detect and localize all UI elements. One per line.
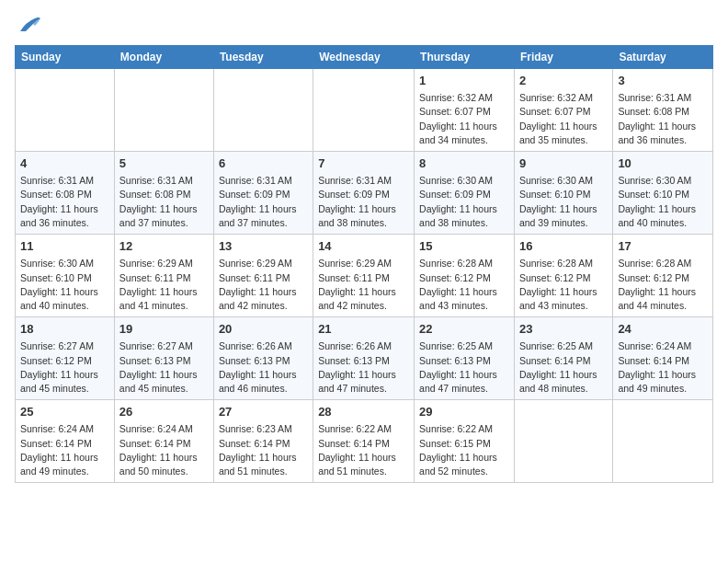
calendar-cell: 22Sunrise: 6:25 AM Sunset: 6:13 PM Dayli… (415, 317, 515, 400)
calendar-cell: 23Sunrise: 6:25 AM Sunset: 6:14 PM Dayli… (514, 317, 612, 400)
day-info: Sunrise: 6:32 AM Sunset: 6:07 PM Dayligh… (419, 91, 509, 147)
calendar-week-row: 11Sunrise: 6:30 AM Sunset: 6:10 PM Dayli… (16, 235, 713, 317)
day-info: Sunrise: 6:31 AM Sunset: 6:08 PM Dayligh… (20, 174, 109, 230)
day-info: Sunrise: 6:31 AM Sunset: 6:09 PM Dayligh… (219, 174, 308, 230)
calendar-cell: 24Sunrise: 6:24 AM Sunset: 6:14 PM Dayli… (613, 317, 713, 400)
day-info: Sunrise: 6:26 AM Sunset: 6:13 PM Dayligh… (318, 339, 409, 396)
calendar-week-row: 25Sunrise: 6:24 AM Sunset: 6:14 PM Dayli… (16, 400, 713, 483)
day-number: 28 (318, 404, 409, 420)
day-number: 3 (618, 73, 708, 89)
day-number: 27 (219, 404, 308, 420)
day-number: 1 (419, 73, 509, 89)
day-number: 14 (318, 238, 409, 255)
day-number: 18 (20, 321, 109, 338)
day-number: 21 (318, 321, 409, 338)
calendar-cell (213, 69, 313, 152)
calendar-cell: 2Sunrise: 6:32 AM Sunset: 6:07 PM Daylig… (514, 69, 612, 152)
calendar-cell: 21Sunrise: 6:26 AM Sunset: 6:13 PM Dayli… (313, 317, 415, 400)
day-info: Sunrise: 6:32 AM Sunset: 6:07 PM Dayligh… (519, 91, 608, 147)
day-number: 23 (519, 321, 608, 338)
calendar-cell: 26Sunrise: 6:24 AM Sunset: 6:14 PM Dayli… (114, 400, 213, 483)
calendar-cell (613, 400, 713, 483)
page-header (15, 15, 713, 40)
day-info: Sunrise: 6:24 AM Sunset: 6:14 PM Dayligh… (618, 339, 708, 396)
calendar-cell: 9Sunrise: 6:30 AM Sunset: 6:10 PM Daylig… (514, 152, 612, 235)
day-number: 13 (219, 238, 308, 255)
day-info: Sunrise: 6:31 AM Sunset: 6:09 PM Dayligh… (318, 174, 409, 230)
day-info: Sunrise: 6:23 AM Sunset: 6:14 PM Dayligh… (219, 422, 308, 478)
day-number: 19 (119, 321, 209, 338)
calendar-cell: 18Sunrise: 6:27 AM Sunset: 6:12 PM Dayli… (16, 317, 115, 400)
day-number: 4 (20, 155, 109, 172)
day-number: 7 (318, 155, 409, 172)
day-info: Sunrise: 6:24 AM Sunset: 6:14 PM Dayligh… (119, 422, 209, 478)
day-number: 8 (419, 155, 509, 172)
calendar-table: SundayMondayTuesdayWednesdayThursdayFrid… (15, 45, 713, 483)
day-number: 24 (618, 321, 708, 338)
day-info: Sunrise: 6:29 AM Sunset: 6:11 PM Dayligh… (219, 257, 308, 313)
day-number: 17 (618, 238, 708, 255)
day-number: 29 (419, 404, 509, 420)
calendar-cell: 4Sunrise: 6:31 AM Sunset: 6:08 PM Daylig… (16, 152, 115, 235)
day-info: Sunrise: 6:29 AM Sunset: 6:11 PM Dayligh… (318, 257, 409, 313)
calendar-cell: 13Sunrise: 6:29 AM Sunset: 6:11 PM Dayli… (213, 235, 313, 317)
calendar-cell (514, 400, 612, 483)
calendar-cell: 12Sunrise: 6:29 AM Sunset: 6:11 PM Dayli… (114, 235, 213, 317)
weekday-header-cell: Monday (114, 46, 213, 69)
calendar-cell: 20Sunrise: 6:26 AM Sunset: 6:13 PM Dayli… (213, 317, 313, 400)
day-number: 22 (419, 321, 509, 338)
calendar-cell: 27Sunrise: 6:23 AM Sunset: 6:14 PM Dayli… (213, 400, 313, 483)
day-info: Sunrise: 6:30 AM Sunset: 6:10 PM Dayligh… (519, 174, 608, 230)
weekday-header-cell: Saturday (613, 46, 713, 69)
weekday-header-cell: Sunday (16, 46, 115, 69)
calendar-body: 1Sunrise: 6:32 AM Sunset: 6:07 PM Daylig… (16, 69, 713, 483)
calendar-cell: 7Sunrise: 6:31 AM Sunset: 6:09 PM Daylig… (313, 152, 415, 235)
calendar-cell: 15Sunrise: 6:28 AM Sunset: 6:12 PM Dayli… (415, 235, 515, 317)
day-info: Sunrise: 6:28 AM Sunset: 6:12 PM Dayligh… (618, 257, 708, 313)
day-number: 6 (219, 155, 308, 172)
day-number: 16 (519, 238, 608, 255)
day-number: 2 (519, 73, 608, 89)
weekday-header-cell: Friday (514, 46, 612, 69)
day-info: Sunrise: 6:30 AM Sunset: 6:10 PM Dayligh… (618, 174, 708, 230)
calendar-cell: 19Sunrise: 6:27 AM Sunset: 6:13 PM Dayli… (114, 317, 213, 400)
day-number: 15 (419, 238, 509, 255)
calendar-cell: 5Sunrise: 6:31 AM Sunset: 6:08 PM Daylig… (114, 152, 213, 235)
calendar-cell: 1Sunrise: 6:32 AM Sunset: 6:07 PM Daylig… (415, 69, 515, 152)
calendar-cell: 3Sunrise: 6:31 AM Sunset: 6:08 PM Daylig… (613, 69, 713, 152)
day-number: 9 (519, 155, 608, 172)
day-info: Sunrise: 6:28 AM Sunset: 6:12 PM Dayligh… (519, 257, 608, 313)
calendar-week-row: 4Sunrise: 6:31 AM Sunset: 6:08 PM Daylig… (16, 152, 713, 235)
day-info: Sunrise: 6:30 AM Sunset: 6:10 PM Dayligh… (20, 257, 109, 313)
calendar-cell: 11Sunrise: 6:30 AM Sunset: 6:10 PM Dayli… (16, 235, 115, 317)
day-number: 26 (119, 404, 209, 420)
calendar-cell: 25Sunrise: 6:24 AM Sunset: 6:14 PM Dayli… (16, 400, 115, 483)
calendar-cell (16, 69, 115, 152)
day-info: Sunrise: 6:24 AM Sunset: 6:14 PM Dayligh… (20, 422, 109, 478)
weekday-header-row: SundayMondayTuesdayWednesdayThursdayFrid… (16, 46, 713, 69)
calendar-cell: 17Sunrise: 6:28 AM Sunset: 6:12 PM Dayli… (613, 235, 713, 317)
day-number: 25 (20, 404, 109, 420)
weekday-header-cell: Tuesday (213, 46, 313, 69)
day-info: Sunrise: 6:27 AM Sunset: 6:13 PM Dayligh… (119, 339, 209, 396)
logo (15, 15, 42, 40)
day-info: Sunrise: 6:25 AM Sunset: 6:13 PM Dayligh… (419, 339, 509, 396)
logo-text (15, 15, 42, 40)
calendar-cell: 10Sunrise: 6:30 AM Sunset: 6:10 PM Dayli… (613, 152, 713, 235)
day-info: Sunrise: 6:29 AM Sunset: 6:11 PM Dayligh… (119, 257, 209, 313)
calendar-week-row: 1Sunrise: 6:32 AM Sunset: 6:07 PM Daylig… (16, 69, 713, 152)
day-info: Sunrise: 6:31 AM Sunset: 6:08 PM Dayligh… (119, 174, 209, 230)
day-number: 12 (119, 238, 209, 255)
day-number: 20 (219, 321, 308, 338)
calendar-week-row: 18Sunrise: 6:27 AM Sunset: 6:12 PM Dayli… (16, 317, 713, 400)
calendar-cell: 6Sunrise: 6:31 AM Sunset: 6:09 PM Daylig… (213, 152, 313, 235)
day-info: Sunrise: 6:30 AM Sunset: 6:09 PM Dayligh… (419, 174, 509, 230)
day-info: Sunrise: 6:22 AM Sunset: 6:14 PM Dayligh… (318, 422, 409, 478)
calendar-cell: 28Sunrise: 6:22 AM Sunset: 6:14 PM Dayli… (313, 400, 415, 483)
day-info: Sunrise: 6:28 AM Sunset: 6:12 PM Dayligh… (419, 257, 509, 313)
day-info: Sunrise: 6:26 AM Sunset: 6:13 PM Dayligh… (219, 339, 308, 396)
calendar-cell (313, 69, 415, 152)
calendar-cell: 8Sunrise: 6:30 AM Sunset: 6:09 PM Daylig… (415, 152, 515, 235)
weekday-header-cell: Thursday (415, 46, 515, 69)
calendar-cell: 14Sunrise: 6:29 AM Sunset: 6:11 PM Dayli… (313, 235, 415, 317)
